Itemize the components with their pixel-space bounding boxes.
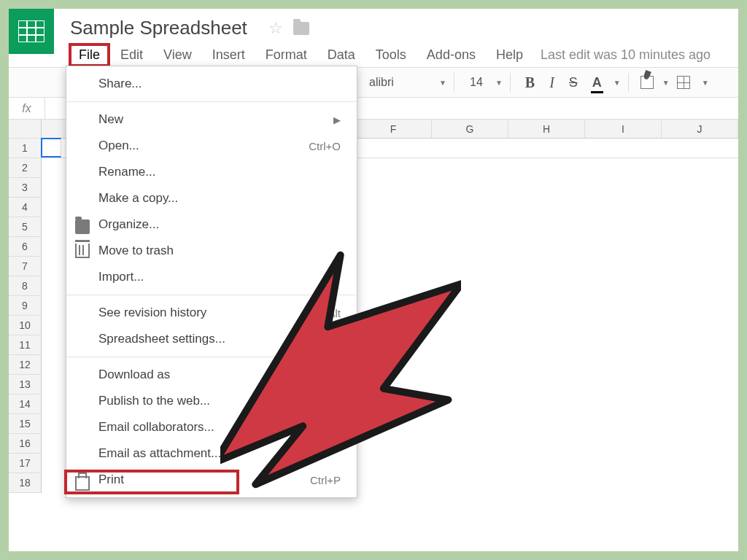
column-header[interactable]: J	[662, 120, 738, 138]
column-header[interactable]: F	[355, 120, 432, 138]
menu-addons[interactable]: Add-ons	[417, 43, 486, 67]
menu-item-email-as-attachment[interactable]: Email as attachment...	[66, 440, 357, 467]
row-header[interactable]: 1	[9, 139, 41, 158]
menu-item-download-as[interactable]: Download as	[66, 362, 357, 388]
title-area: ☆ File Edit View Insert Format Data Tool…	[54, 9, 711, 67]
bold-button[interactable]: B	[525, 74, 535, 91]
menu-item-share[interactable]: Share...	[66, 71, 357, 97]
last-edit-text[interactable]: Last edit was 10 minutes ago	[541, 47, 711, 63]
row-header[interactable]: 6	[9, 237, 41, 257]
borders-button[interactable]	[677, 76, 690, 89]
row-header[interactable]: 10	[9, 316, 41, 335]
menu-item-label: Download as	[98, 368, 170, 382]
menu-item-label: Print	[98, 472, 124, 487]
chevron-down-icon: ▼	[495, 79, 503, 87]
column-header[interactable]: G	[432, 120, 508, 138]
chevron-down-icon: ▼	[662, 79, 670, 87]
menu-file[interactable]: File	[69, 43, 110, 67]
menu-item-label: Move to trash	[98, 244, 174, 258]
print-icon	[75, 476, 90, 491]
row-header[interactable]: 4	[9, 198, 41, 217]
row-header[interactable]: 13	[9, 375, 41, 394]
svg-rect-0	[18, 20, 44, 42]
menu-item-label: New	[98, 112, 123, 127]
row-headers: 1 2 3 4 5 6 7 8 9 10 11 12 13 14 15 16 1…	[9, 120, 42, 493]
chevron-down-icon: ▼	[702, 79, 709, 87]
column-header[interactable]: I	[585, 120, 662, 138]
menu-edit[interactable]: Edit	[110, 43, 153, 67]
sheets-icon	[18, 20, 44, 42]
app-window: ☆ File Edit View Insert Format Data Tool…	[9, 9, 738, 551]
menu-item-label: Open...	[98, 139, 139, 153]
row-header[interactable]: 14	[9, 394, 41, 414]
star-icon[interactable]: ☆	[268, 19, 283, 38]
row-header[interactable]: 9	[9, 296, 41, 316]
row-header[interactable]: 11	[9, 335, 41, 355]
strikethrough-button[interactable]: S	[569, 75, 578, 90]
shortcut-text: Ctrl+O	[309, 140, 341, 152]
fx-label: fx	[9, 98, 45, 119]
file-menu-dropdown: Share... New▶ Open...Ctrl+O Rename... Ma…	[66, 66, 357, 498]
menu-item-label: Publish to the web...	[98, 394, 210, 408]
row-header[interactable]: 8	[9, 276, 41, 296]
menu-view[interactable]: View	[153, 43, 202, 67]
menu-item-label: Rename...	[98, 165, 155, 179]
text-color-button[interactable]: A	[592, 75, 602, 90]
menu-item-label: Make a copy...	[98, 191, 178, 206]
menu-item-label: Import...	[98, 270, 144, 284]
menu-item-email-collaborators[interactable]: Email collaborators...	[66, 414, 357, 440]
folder-icon	[75, 219, 90, 234]
font-size-selector[interactable]: 14	[462, 76, 491, 89]
select-all-cell[interactable]	[9, 120, 41, 139]
menu-item-label: Share...	[98, 77, 142, 91]
trash-icon	[75, 244, 90, 258]
italic-button[interactable]: I	[549, 74, 554, 91]
menu-item-label: Organize...	[98, 217, 159, 232]
menu-format[interactable]: Format	[255, 43, 317, 67]
menu-item-import[interactable]: Import...	[66, 264, 357, 290]
shortcut-text: Ctrl+P	[310, 474, 341, 486]
menu-item-label: Email as attachment...	[98, 446, 221, 461]
menu-item-open[interactable]: Open...Ctrl+O	[66, 133, 357, 159]
menu-data[interactable]: Data	[317, 43, 365, 67]
fill-color-button[interactable]	[640, 76, 654, 89]
menu-item-revision-history[interactable]: See revision historyCtrl+Alt	[66, 300, 357, 326]
menu-insert[interactable]: Insert	[202, 43, 255, 67]
menu-item-rename[interactable]: Rename...	[66, 159, 357, 185]
submenu-arrow-icon: ▶	[333, 114, 341, 125]
menu-item-make-copy[interactable]: Make a copy...	[66, 185, 357, 211]
menu-item-label: Email collaborators...	[98, 420, 214, 435]
menu-tools[interactable]: Tools	[365, 43, 417, 67]
row-header[interactable]: 3	[9, 178, 41, 198]
menu-item-print[interactable]: PrintCtrl+P	[66, 467, 357, 493]
header: ☆ File Edit View Insert Format Data Tool…	[9, 9, 738, 67]
menubar: File Edit View Insert Format Data Tools …	[69, 40, 711, 67]
row-header[interactable]: 15	[9, 414, 41, 434]
chevron-down-icon: ▼	[439, 79, 446, 87]
row-header[interactable]: 12	[9, 355, 41, 375]
font-selector[interactable]: alibri	[369, 76, 435, 89]
menu-item-new[interactable]: New▶	[66, 106, 357, 133]
shortcut-text: Ctrl+Alt	[304, 307, 341, 319]
row-header[interactable]: 5	[9, 217, 41, 237]
row-header[interactable]: 7	[9, 257, 41, 276]
sheets-logo[interactable]	[9, 9, 54, 54]
menu-item-label: See revision history	[98, 306, 206, 320]
menu-item-move-to-trash[interactable]: Move to trash	[66, 238, 357, 264]
menu-item-organize[interactable]: Organize...	[66, 211, 357, 238]
menu-item-label: Spreadsheet settings...	[98, 332, 225, 346]
row-header[interactable]: 16	[9, 434, 41, 454]
menu-help[interactable]: Help	[486, 43, 533, 67]
selected-cell[interactable]	[41, 138, 61, 158]
folder-icon[interactable]	[293, 22, 309, 35]
chevron-down-icon: ▼	[614, 79, 621, 87]
row-header[interactable]: 17	[9, 454, 41, 473]
menu-item-publish-to-web[interactable]: Publish to the web...	[66, 388, 357, 414]
document-title[interactable]	[69, 16, 258, 40]
row-header[interactable]: 18	[9, 473, 41, 493]
menu-item-spreadsheet-settings[interactable]: Spreadsheet settings...	[66, 326, 357, 352]
row-header[interactable]: 2	[9, 158, 41, 178]
column-header[interactable]: H	[508, 120, 585, 138]
